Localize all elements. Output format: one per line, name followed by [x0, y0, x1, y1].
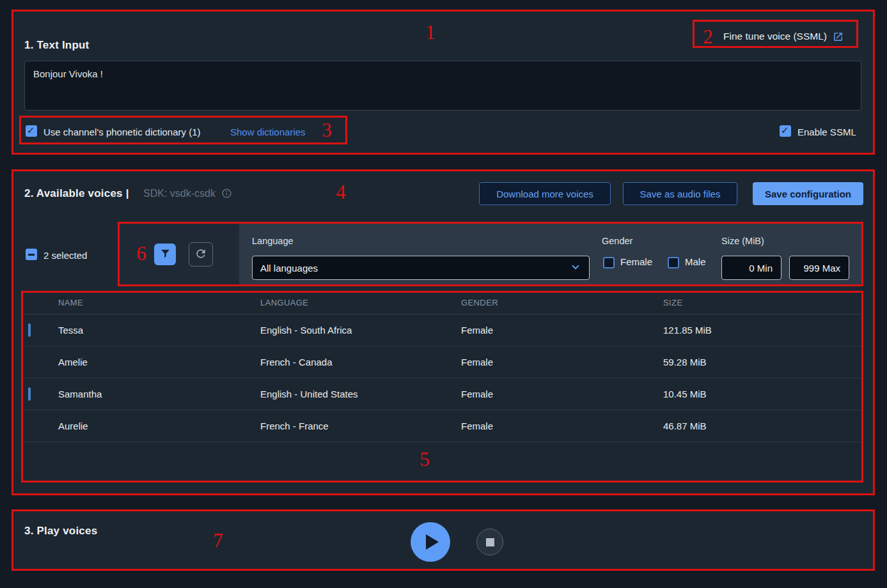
- voice-gender: Female: [461, 421, 663, 431]
- phonetic-dictionary-label: Use channel's phonetic dictionary (1): [43, 127, 201, 137]
- filter-icon: [160, 248, 171, 261]
- row-checkbox[interactable]: [28, 323, 31, 337]
- voice-name: Samantha: [58, 389, 260, 399]
- voices-table-header: NAME LANGUAGE GENDER SIZE: [21, 291, 863, 314]
- voice-name: Aurelie: [58, 421, 260, 431]
- filter-button[interactable]: [154, 244, 176, 265]
- stop-button[interactable]: [476, 529, 503, 555]
- male-checkbox[interactable]: [668, 257, 679, 268]
- download-more-voices-button[interactable]: Download more voices: [479, 182, 611, 205]
- voice-language: English - South Africa: [260, 325, 461, 336]
- gender-label: Gender: [602, 236, 632, 246]
- male-label: Male: [685, 256, 706, 267]
- voices-table: NAME LANGUAGE GENDER SIZE Tessa English …: [21, 291, 863, 442]
- voice-language: French - France: [260, 421, 461, 431]
- language-label: Language: [252, 236, 294, 246]
- voices-table-body: Tessa English - South Africa Female 121.…: [21, 314, 863, 442]
- table-row[interactable]: Amelie French - Canada Female 59.28 MiB: [21, 346, 863, 378]
- text-input-section: 1. Text Input Fine tune voice (SSML) Bon…: [12, 10, 875, 155]
- fine-tune-voice-link[interactable]: Fine tune voice (SSML): [723, 31, 844, 42]
- external-link-icon: [833, 31, 844, 42]
- filter-toolbar-left: [118, 222, 239, 286]
- voice-gender: Female: [461, 325, 663, 336]
- chevron-down-icon: [570, 261, 581, 275]
- fine-tune-voice-label: Fine tune voice (SSML): [723, 31, 827, 42]
- section1-title: 1. Text Input: [24, 39, 89, 52]
- selected-count-label: 2 selected: [43, 250, 87, 261]
- table-row[interactable]: Tessa English - South Africa Female 121.…: [21, 314, 863, 346]
- female-label: Female: [620, 256, 652, 267]
- voice-size: 10.45 MiB: [663, 389, 863, 399]
- enable-ssml-checkbox[interactable]: [780, 125, 791, 137]
- available-voices-section: 2. Available voices | SDK: vsdk-csdk Dow…: [12, 169, 875, 495]
- header-size: SIZE: [663, 298, 863, 307]
- show-dictionaries-link[interactable]: Show dictionaries: [230, 127, 306, 137]
- voice-gender: Female: [461, 357, 663, 368]
- tts-configuration-page: 1. Text Input Fine tune voice (SSML) Bon…: [0, 0, 887, 588]
- refresh-icon: [194, 247, 207, 262]
- header-name: NAME: [58, 298, 260, 307]
- select-all-checkbox[interactable]: [26, 249, 37, 260]
- save-configuration-button[interactable]: Save configuration: [753, 182, 863, 205]
- table-row[interactable]: Samantha English - United States Female …: [21, 378, 863, 410]
- voice-size: 46.87 MiB: [663, 421, 863, 431]
- sdk-label: SDK: vsdk-csdk: [143, 188, 216, 199]
- header-language: LANGUAGE: [260, 298, 461, 307]
- voice-name: Amelie: [58, 357, 260, 368]
- play-button[interactable]: [411, 522, 450, 562]
- play-icon: [426, 534, 439, 550]
- voice-size: 121.85 MiB: [663, 325, 863, 336]
- header-gender: GENDER: [461, 298, 663, 307]
- voice-language: French - Canada: [260, 357, 461, 368]
- section2-title: 2. Available voices |: [24, 187, 129, 200]
- female-checkbox[interactable]: [603, 257, 615, 268]
- voice-language: English - United States: [260, 389, 461, 399]
- size-label: Size (MiB): [721, 236, 764, 246]
- phonetic-dictionary-checkbox[interactable]: [26, 125, 37, 137]
- language-select[interactable]: All languages: [252, 256, 590, 280]
- voice-gender: Female: [461, 389, 663, 399]
- save-as-audio-files-button[interactable]: Save as audio files: [623, 182, 737, 205]
- info-icon: [221, 188, 232, 201]
- refresh-button[interactable]: [189, 242, 213, 267]
- stop-icon: [486, 538, 494, 546]
- language-select-value: All languages: [260, 263, 318, 274]
- voice-name: Tessa: [58, 325, 260, 336]
- row-checkbox[interactable]: [28, 387, 31, 401]
- text-input-textarea[interactable]: Bonjour Vivoka !: [24, 61, 861, 111]
- size-min-input[interactable]: [721, 256, 781, 280]
- section3-title: 3. Play voices: [24, 525, 97, 538]
- voice-size: 59.28 MiB: [663, 357, 863, 368]
- table-row[interactable]: Aurelie French - France Female 46.87 MiB: [21, 410, 863, 442]
- size-max-input[interactable]: [789, 256, 849, 280]
- enable-ssml-label: Enable SSML: [797, 127, 856, 137]
